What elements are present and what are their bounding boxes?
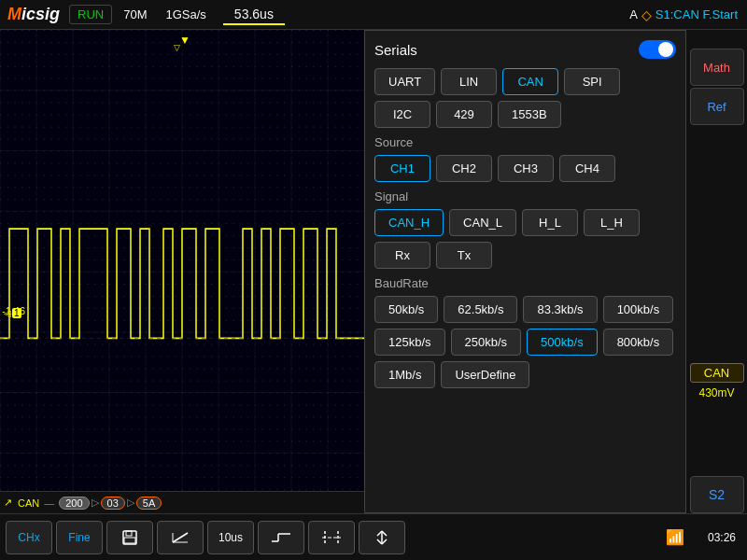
serials-toggle[interactable] <box>639 40 676 59</box>
bottom-bar: CHx Fine 10us <box>0 513 747 560</box>
source-ch1-btn[interactable]: CH1 <box>374 155 430 182</box>
baudrate-label: BaudRate <box>374 276 676 290</box>
baud-250k-btn[interactable]: 250kb/s <box>451 329 522 356</box>
channel-bar: ↗ CAN — 200 ▷ 03 ▷ 5A <box>0 491 364 513</box>
serial-i2c-btn[interactable]: I2C <box>374 101 430 128</box>
sample-rate-display: 1GSa/s <box>159 6 214 23</box>
baud-100k-btn[interactable]: 100kb/s <box>603 296 674 323</box>
baud-500k-btn[interactable]: 500kb/s <box>527 329 598 356</box>
source-buttons: CH1 CH2 CH3 CH4 <box>374 155 676 182</box>
trigger-diamond-icon: ◇ <box>641 7 652 22</box>
baud-userdefine-btn[interactable]: UserDefine <box>441 361 529 388</box>
panel-header: Serials <box>374 40 676 59</box>
svg-line-4 <box>173 533 188 542</box>
trigger-source-label: S1:CAN F.Start <box>655 7 738 21</box>
clock-display: 03:26 <box>702 531 741 544</box>
serial-lin-btn[interactable]: LIN <box>441 68 497 95</box>
top-bar: Micsig RUN 70M 1GSa/s 53.6us A ◇ S1:CAN … <box>0 0 747 30</box>
serial-type-buttons: UART LIN CAN SPI I2C 429 1553B <box>374 68 676 128</box>
ch-tag-5a[interactable]: 5A <box>136 497 162 510</box>
wifi-symbol: 📶 <box>666 528 684 546</box>
bandwidth-display: 70M <box>116 6 154 23</box>
ch-tag-200[interactable]: 200 <box>59 497 89 510</box>
source-label: Source <box>374 135 676 149</box>
cursor-icon <box>321 529 342 546</box>
signal-buttons: CAN_H CAN_L H_L L_H Rx Tx <box>374 209 676 269</box>
serial-can-btn[interactable]: CAN <box>502 68 558 95</box>
trigger-button[interactable] <box>258 521 304 554</box>
cursor-button[interactable] <box>308 521 355 554</box>
trigger-info: A ◇ S1:CAN F.Start <box>629 7 747 22</box>
can-info: CAN 430mV <box>690 363 744 399</box>
measure-icon <box>171 529 190 546</box>
serials-panel: Serials UART LIN CAN SPI I2C 429 1553B S… <box>364 30 686 513</box>
baud-1m-btn[interactable]: 1Mb/s <box>374 361 435 388</box>
baudrate-buttons: 50kb/s 62.5kb/s 83.3kb/s 100kb/s 125kb/s… <box>374 296 676 388</box>
signal-lh-btn[interactable]: L_H <box>584 209 640 236</box>
toggle-knob <box>658 42 673 57</box>
wifi-icon: 📶 <box>652 521 698 554</box>
chx-button[interactable]: CHx <box>6 521 52 554</box>
signal-hl-btn[interactable]: H_L <box>522 209 578 236</box>
trigger-triangle-icon: ▽ <box>174 43 180 52</box>
source-ch4-btn[interactable]: CH4 <box>559 155 615 182</box>
source-ch3-btn[interactable]: CH3 <box>498 155 554 182</box>
ch1-marker-label: 1 <box>12 308 21 318</box>
s2-button[interactable]: S2 <box>690 476 744 513</box>
timebase-display: 10us <box>207 521 254 554</box>
ch-arrow-right-1: ▷ <box>92 497 99 509</box>
signal-label: Signal <box>374 189 676 203</box>
ch-tag-03[interactable]: 03 <box>101 497 125 510</box>
ref-button[interactable]: Ref <box>690 88 744 125</box>
serial-spi-btn[interactable]: SPI <box>564 68 620 95</box>
measure-button[interactable] <box>157 521 204 554</box>
vertical-icon <box>372 529 392 546</box>
trigger-position-arrow: ▼ <box>179 34 190 47</box>
math-button[interactable]: Math <box>690 49 744 86</box>
waveform-svg <box>0 30 364 513</box>
baud-125k-btn[interactable]: 125kb/s <box>374 329 445 356</box>
signal-canh-btn[interactable]: CAN_H <box>374 209 444 236</box>
save-button[interactable] <box>106 521 153 554</box>
ch-arrow-right-2: ▷ <box>127 497 134 509</box>
time-offset-display: 53.6us <box>223 5 285 25</box>
channel-name-label: CAN <box>18 497 39 509</box>
ch-dash-1: — <box>44 497 54 509</box>
ch1-marker: ◁ 1 <box>4 308 21 318</box>
serial-429-btn[interactable]: 429 <box>436 101 492 128</box>
logo-m: M <box>7 5 21 23</box>
can-mv-value: 430mV <box>698 386 734 399</box>
ch-arrow-icon: ↗ <box>4 497 12 509</box>
save-icon <box>121 529 138 546</box>
signal-tx-btn[interactable]: Tx <box>436 242 492 269</box>
vertical-button[interactable] <box>359 521 405 554</box>
signal-rx-btn[interactable]: Rx <box>374 242 430 269</box>
trigger-a-label: A <box>629 7 638 21</box>
panel-title: Serials <box>374 42 417 58</box>
source-ch2-btn[interactable]: CH2 <box>436 155 492 182</box>
baud-83k-btn[interactable]: 83.3kb/s <box>523 296 597 323</box>
can-channel-label[interactable]: CAN <box>690 363 744 383</box>
baud-50k-btn[interactable]: 50kb/s <box>374 296 438 323</box>
baud-62k-btn[interactable]: 62.5kb/s <box>444 296 517 323</box>
trigger-icon <box>271 529 291 546</box>
svg-rect-3 <box>124 538 135 543</box>
serial-uart-btn[interactable]: UART <box>374 68 435 95</box>
run-button[interactable]: RUN <box>69 5 112 24</box>
baud-800k-btn[interactable]: 800kb/s <box>603 329 674 356</box>
right-sidebar: Math Ref CAN 430mV S2 <box>686 30 747 513</box>
signal-canl-btn[interactable]: CAN_L <box>449 209 516 236</box>
logo: Micsig <box>0 5 67 24</box>
fine-button[interactable]: Fine <box>56 521 103 554</box>
oscilloscope-area: -1.46 ◁ 1 ▼ ▽ <box>0 30 364 513</box>
serial-1553b-btn[interactable]: 1553B <box>498 101 561 128</box>
logo-rest: icsig <box>21 5 60 23</box>
